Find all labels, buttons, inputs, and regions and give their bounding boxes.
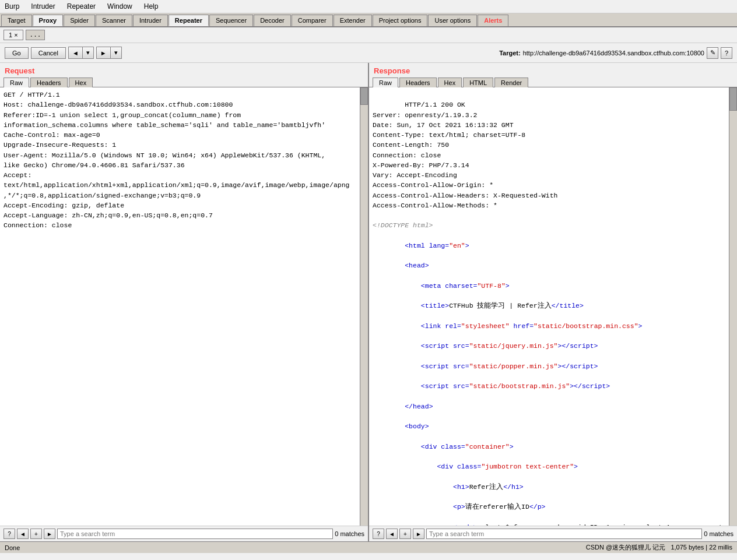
- response-search-next[interactable]: +: [399, 529, 411, 539]
- response-scroll-thumb[interactable]: [729, 87, 737, 111]
- request-search-bar: ? ◄ + ► 0 matches: [0, 526, 368, 541]
- tab-sequencer[interactable]: Sequencer: [209, 15, 253, 26]
- status-done: Done: [5, 544, 20, 551]
- tab-spider[interactable]: Spider: [64, 15, 95, 26]
- tab-user-options[interactable]: User options: [428, 15, 477, 26]
- back-dropdown-button[interactable]: ▾: [82, 47, 94, 59]
- response-search-help[interactable]: ?: [373, 529, 384, 539]
- status-bar: Done CSDN @迷失的狐狸儿 记元 1,075 bytes | 22 mi…: [0, 541, 737, 553]
- request-search-next2[interactable]: ►: [44, 529, 55, 539]
- forward-button[interactable]: ►: [96, 47, 110, 59]
- request-text-area[interactable]: GET / HTTP/1.1 Host: challenge-db9a67416…: [0, 87, 360, 526]
- tab-target[interactable]: Target: [1, 15, 32, 26]
- response-tab-headers[interactable]: Headers: [399, 78, 437, 87]
- request-panel: Request Raw Headers Hex GET / HTTP/1.1 H…: [0, 63, 369, 541]
- repeater-tab-1[interactable]: 1 ×: [3, 30, 23, 40]
- response-search-prev[interactable]: ◄: [386, 529, 398, 539]
- response-panel: Response Raw Headers Hex HTML Render HTT…: [369, 63, 737, 541]
- request-search-prev[interactable]: ◄: [17, 529, 29, 539]
- response-doctype: <!DOCTYPE html>: [373, 221, 433, 229]
- edit-target-button[interactable]: ✎: [707, 47, 718, 59]
- request-tab-hex[interactable]: Hex: [69, 78, 93, 87]
- tab-decoder[interactable]: Decoder: [254, 15, 291, 26]
- forward-nav-group: ► ▾: [96, 47, 122, 59]
- request-search-help[interactable]: ?: [3, 529, 15, 539]
- toolbar: Go Cancel ◄ ▾ ► ▾ Target: http://challen…: [0, 43, 737, 63]
- go-button[interactable]: Go: [5, 47, 29, 59]
- request-title: Request: [0, 63, 368, 78]
- tab-proxy[interactable]: Proxy: [33, 15, 64, 26]
- menu-burp[interactable]: Burp: [2, 1, 22, 12]
- menu-intruder[interactable]: Intruder: [29, 1, 57, 12]
- forward-dropdown-button[interactable]: ▾: [110, 47, 122, 59]
- status-right: CSDN @迷失的狐狸儿 记元 1,075 bytes | 22 millis: [586, 543, 732, 552]
- response-scroll-track: [729, 87, 737, 526]
- response-http-line: HTTP/1.1 200 OK Server: openresty/1.19.3…: [373, 101, 557, 209]
- menu-repeater[interactable]: Repeater: [65, 1, 98, 12]
- help-button[interactable]: ?: [721, 47, 732, 59]
- response-title: Response: [369, 63, 737, 78]
- response-html-open: <html: [405, 242, 425, 249]
- menu-window[interactable]: Window: [105, 1, 135, 12]
- tab-intruder[interactable]: Intruder: [133, 15, 168, 26]
- request-panel-body: GET / HTTP/1.1 Host: challenge-db9a67416…: [0, 87, 368, 526]
- menu-bar: Burp Intruder Repeater Window Help: [0, 0, 737, 13]
- request-search-next[interactable]: +: [30, 529, 42, 539]
- request-panel-tabs: Raw Headers Hex: [0, 78, 368, 87]
- response-tab-html[interactable]: HTML: [463, 78, 493, 87]
- response-search-next2[interactable]: ►: [413, 529, 424, 539]
- response-panel-body: HTTP/1.1 200 OK Server: openresty/1.19.3…: [369, 87, 737, 526]
- main-tab-bar: Target Proxy Spider Scanner Intruder Rep…: [0, 13, 737, 27]
- target-info: Target: http://challenge-db9a67416dd9353…: [499, 47, 732, 59]
- repeater-tab-more[interactable]: ...: [26, 30, 45, 40]
- tab-project-options[interactable]: Project options: [373, 15, 428, 26]
- tab-extender[interactable]: Extender: [334, 15, 372, 26]
- request-scroll-thumb[interactable]: [360, 87, 368, 105]
- request-search-input[interactable]: [57, 529, 333, 539]
- target-url: http://challenge-db9a67416dd93534.sandbo…: [523, 50, 704, 57]
- tab-scanner[interactable]: Scanner: [96, 15, 132, 26]
- request-tab-raw[interactable]: Raw: [3, 78, 29, 87]
- request-search-count: 0 matches: [335, 530, 364, 537]
- response-text-area: HTTP/1.1 200 OK Server: openresty/1.19.3…: [369, 87, 729, 526]
- response-panel-tabs: Raw Headers Hex HTML Render: [369, 78, 737, 87]
- back-button[interactable]: ◄: [68, 47, 82, 59]
- cancel-button[interactable]: Cancel: [31, 47, 66, 59]
- tab-repeater[interactable]: Repeater: [169, 15, 209, 26]
- target-label: Target:: [499, 50, 520, 57]
- tab-comparer[interactable]: Comparer: [292, 15, 333, 26]
- response-scrollbar[interactable]: [729, 87, 737, 526]
- repeater-tabs: 1 × ...: [0, 27, 737, 43]
- response-search-count: 0 matches: [704, 530, 734, 537]
- response-tab-raw[interactable]: Raw: [373, 78, 398, 87]
- menu-help[interactable]: Help: [142, 1, 161, 12]
- tab-alerts[interactable]: Alerts: [478, 15, 508, 26]
- request-scroll-track: [360, 87, 368, 526]
- request-scrollbar[interactable]: [360, 87, 368, 526]
- response-tab-hex[interactable]: Hex: [438, 78, 462, 87]
- response-head-open: <head>: [405, 262, 429, 269]
- response-search-input[interactable]: [426, 529, 702, 539]
- response-search-bar: ? ◄ + ► 0 matches: [369, 526, 737, 541]
- request-tab-headers[interactable]: Headers: [30, 78, 68, 87]
- back-nav-group: ◄ ▾: [68, 47, 94, 59]
- response-tab-render[interactable]: Render: [494, 78, 528, 87]
- main-content: Request Raw Headers Hex GET / HTTP/1.1 H…: [0, 63, 737, 541]
